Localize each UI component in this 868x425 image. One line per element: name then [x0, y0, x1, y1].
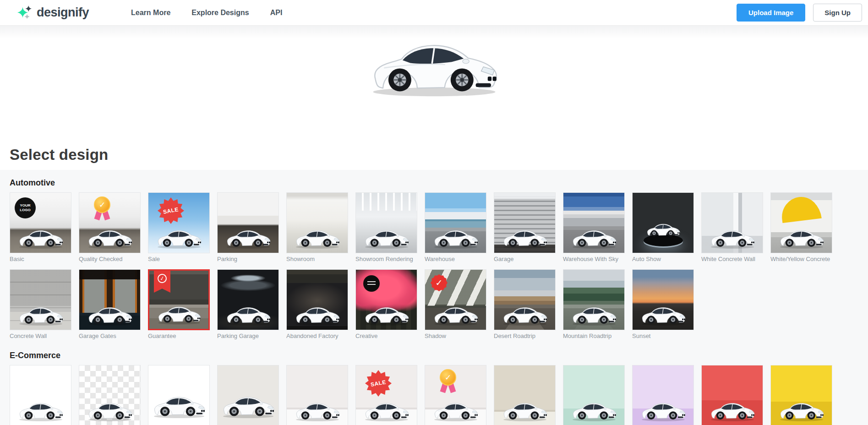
design-thumbnail: [286, 269, 348, 330]
design-card-abandoned-factory[interactable]: Abandoned Factory: [286, 269, 348, 340]
car-image: [638, 303, 688, 326]
design-card-creative[interactable]: Creative: [355, 269, 417, 340]
design-card-shadow[interactable]: ✓ Shadow: [425, 269, 486, 340]
design-card-label: Sunset: [632, 332, 694, 340]
design-card-warehouse-with-sky[interactable]: Warehouse With Sky: [563, 192, 625, 263]
sign-up-button[interactable]: Sign Up: [813, 4, 862, 22]
design-thumbnail: [10, 365, 71, 425]
design-card-e-commerce-5[interactable]: [286, 365, 348, 425]
design-card-e-commerce-9[interactable]: [563, 365, 625, 425]
section-title: Automotive: [10, 178, 858, 188]
design-card-label: Creative: [355, 332, 417, 340]
sale-badge: SALE: [158, 197, 184, 224]
design-thumbnail: [494, 365, 556, 425]
design-card-guarantee[interactable]: ✓ Guarantee: [148, 269, 210, 340]
design-card-label: Concrete Wall: [10, 332, 71, 340]
design-card-label: Auto Show: [632, 256, 694, 263]
car-image: [569, 226, 619, 249]
design-thumbnail: [79, 269, 141, 330]
design-card-sunset[interactable]: Sunset: [632, 269, 694, 340]
design-card-desert-roadtrip[interactable]: Desert Roadtrip: [494, 269, 556, 340]
section-title: E-Commerce: [10, 351, 858, 360]
design-card-e-commerce-12[interactable]: [770, 365, 832, 425]
medal-check-icon: ✓: [94, 196, 110, 213]
design-thumbnail: [563, 269, 625, 330]
design-thumbnail: [355, 269, 417, 330]
design-thumbnail: [217, 365, 279, 425]
design-card-label: Showroom Rendering: [355, 256, 417, 263]
design-card-e-commerce-6[interactable]: SALE: [355, 365, 417, 425]
design-card-white-concrete-wall[interactable]: White Concrete Wall: [701, 192, 763, 263]
car-image: [154, 226, 204, 249]
design-card-e-commerce-8[interactable]: [494, 365, 556, 425]
design-card-label: Parking: [217, 256, 279, 263]
design-card-label: Garage: [494, 256, 556, 263]
nav-link-explore-designs[interactable]: Explore Designs: [191, 9, 249, 17]
design-card-e-commerce-7[interactable]: ✓: [425, 365, 486, 425]
design-card-showroom-rendering[interactable]: Showroom Rendering: [355, 192, 417, 263]
design-card-basic[interactable]: YOUR LOGO Basic: [10, 192, 71, 263]
design-card-label: White Concrete Wall: [701, 256, 763, 263]
car-image: [16, 226, 66, 249]
design-thumbnail: [770, 365, 832, 425]
design-card-white-yellow-concrete[interactable]: White/Yellow Concrete: [770, 192, 832, 263]
check-ribbon-badge: ✓: [154, 271, 170, 293]
design-card-e-commerce-10[interactable]: [632, 365, 694, 425]
design-card-e-commerce-1[interactable]: [10, 365, 71, 425]
car-image: [85, 399, 135, 422]
design-thumbnail: [425, 192, 486, 253]
design-card-e-commerce-11[interactable]: [701, 365, 763, 425]
design-card-e-commerce-2[interactable]: [79, 365, 141, 425]
design-card-sale[interactable]: SALE Sale: [148, 192, 210, 263]
logo-sparkle-icon: [17, 5, 32, 20]
upload-image-button[interactable]: Upload Image: [737, 4, 805, 22]
nav-link-learn-more[interactable]: Learn More: [131, 9, 170, 17]
car-image: [363, 33, 505, 98]
design-card-label: Parking Garage: [217, 332, 279, 340]
design-thumbnail: [494, 192, 556, 253]
car-image: [155, 303, 203, 325]
design-thumbnail: [494, 269, 556, 330]
design-card-parking-garage[interactable]: Parking Garage: [217, 269, 279, 340]
design-card-e-commerce-3[interactable]: [148, 365, 210, 425]
design-card-auto-show[interactable]: Auto Show: [632, 192, 694, 263]
design-thumbnail: SALE: [148, 192, 210, 253]
design-card-garage[interactable]: Garage: [494, 192, 556, 263]
logo[interactable]: designify: [17, 5, 89, 20]
design-card-e-commerce-4[interactable]: [217, 365, 279, 425]
design-card-parking[interactable]: Parking: [217, 192, 279, 263]
design-card-label: Quality Checked: [79, 256, 141, 263]
car-image: [292, 303, 342, 326]
car-image: [223, 303, 273, 326]
design-card-label: Shadow: [425, 332, 486, 340]
car-image: [16, 399, 66, 422]
nav-link-api[interactable]: API: [270, 9, 283, 17]
design-thumbnail: [355, 192, 417, 253]
medal-badge: ✓: [439, 369, 457, 394]
design-card-warehouse[interactable]: Warehouse: [425, 192, 486, 263]
design-thumbnail: YOUR LOGO: [10, 192, 71, 253]
design-thumbnail: [217, 269, 279, 330]
design-thumbnail: [286, 365, 348, 425]
design-thumbnail: [632, 269, 694, 330]
design-card-showroom[interactable]: Showroom: [286, 192, 348, 263]
design-thumbnail: ✓: [425, 269, 486, 330]
design-thumbnail: [217, 192, 279, 253]
design-card-mountain-roadtrip[interactable]: Mountain Roadtrip: [563, 269, 625, 340]
car-image: [431, 226, 480, 249]
section-automotive: Automotive YOUR LOGO Basic ✓ Quality Che…: [10, 178, 858, 340]
design-card-garage-gates[interactable]: Garage Gates: [79, 269, 141, 340]
design-card-label: Mountain Roadtrip: [563, 332, 625, 340]
design-card-quality-checked[interactable]: ✓ Quality Checked: [79, 192, 141, 263]
sale-badge-text: SALE: [163, 206, 179, 215]
car-image: [361, 303, 411, 326]
medal-check-icon: ✓: [440, 369, 456, 386]
section-e-commerce: E-Commerce SALE ✓: [10, 351, 858, 425]
design-thumbnail: [632, 192, 694, 253]
design-card-label: Guarantee: [148, 332, 210, 340]
design-card-concrete-wall[interactable]: Concrete Wall: [10, 269, 71, 340]
check-round-badge: ✓: [431, 274, 448, 291]
car-image: [85, 226, 135, 249]
car-image: [361, 226, 411, 249]
car-image: [223, 226, 273, 249]
